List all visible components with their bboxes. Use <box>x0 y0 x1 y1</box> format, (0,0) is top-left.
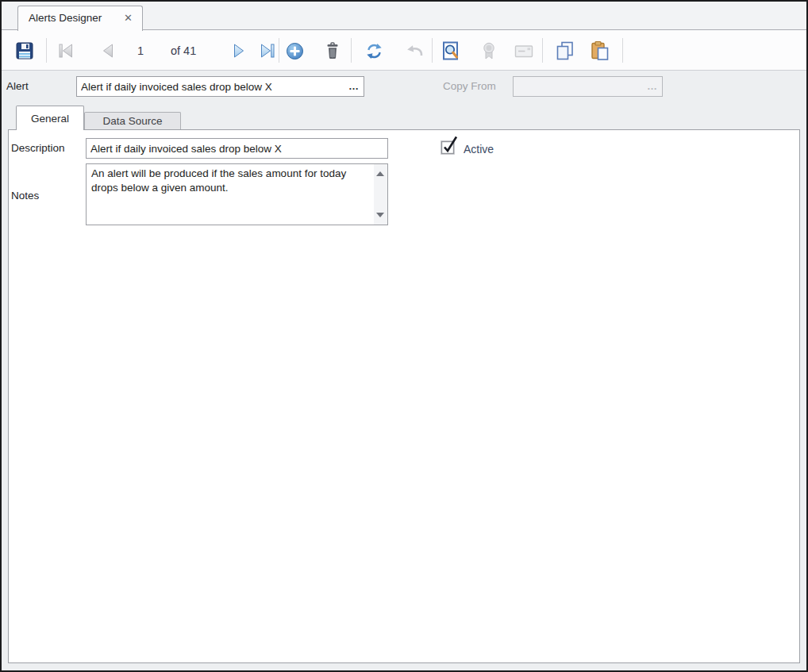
preview-icon <box>441 40 461 61</box>
description-field[interactable] <box>86 138 388 159</box>
scroll-up-icon[interactable] <box>376 171 384 176</box>
active-label: Active <box>464 139 494 159</box>
alert-input[interactable] <box>77 81 344 93</box>
description-input[interactable] <box>87 143 387 155</box>
toolbar-separator <box>46 38 47 63</box>
notes-field[interactable]: An alert will be produced if the sales a… <box>86 163 388 225</box>
alert-field[interactable]: … <box>76 76 364 97</box>
previous-record-icon <box>99 42 117 60</box>
toolbar-separator <box>622 38 623 63</box>
tab-data-source[interactable]: Data Source <box>84 112 181 129</box>
toolbar-separator <box>432 38 433 63</box>
record-position: 1 <box>132 40 149 61</box>
toolbar-separator <box>351 38 352 63</box>
toolbar-separator <box>542 38 543 63</box>
record-count: of 41 <box>171 40 196 61</box>
toolbar-separator <box>279 38 279 63</box>
next-record-icon <box>230 42 248 60</box>
envelope-icon <box>514 41 534 60</box>
preview-button[interactable] <box>441 40 461 61</box>
refresh-icon <box>364 41 384 61</box>
copy-from-input <box>514 81 643 93</box>
paste-icon <box>590 40 610 61</box>
undo-button <box>405 40 425 61</box>
first-record-button <box>56 40 76 61</box>
add-icon <box>285 41 305 61</box>
alert-label: Alert <box>6 76 29 97</box>
previous-record-button <box>98 40 118 61</box>
last-record-icon <box>258 42 277 60</box>
close-icon[interactable]: ✕ <box>117 12 133 24</box>
main-toolbar: 1 of 41 <box>2 30 806 71</box>
badge-button <box>479 40 499 61</box>
copy-from-ellipsis-button: … <box>643 78 662 95</box>
notes-label: Notes <box>11 186 39 206</box>
tab-alerts-designer[interactable]: Alerts Designer ✕ <box>17 6 143 31</box>
tab-title: Alerts Designer <box>29 12 117 24</box>
alerts-designer-window: Alerts Designer ✕ <box>0 0 808 672</box>
delete-trash-icon <box>323 41 342 60</box>
save-icon <box>15 41 34 60</box>
refresh-button[interactable] <box>364 40 384 61</box>
add-record-button[interactable] <box>284 40 305 61</box>
badge-icon <box>479 41 498 60</box>
scroll-down-icon[interactable] <box>376 213 384 217</box>
copy-from-label: Copy From <box>443 76 496 97</box>
notes-scrollbar[interactable] <box>374 164 387 225</box>
description-label: Description <box>11 138 65 159</box>
last-record-button[interactable] <box>257 40 278 61</box>
undo-icon <box>405 41 425 60</box>
save-button[interactable] <box>14 40 35 61</box>
next-record-button[interactable] <box>229 40 249 61</box>
active-checkbox[interactable] <box>438 134 460 156</box>
alert-ellipsis-button[interactable]: … <box>344 78 364 95</box>
tab-general[interactable]: General <box>16 106 84 130</box>
copy-button[interactable] <box>555 40 575 61</box>
send-email-button <box>514 40 534 61</box>
copy-icon <box>555 40 575 61</box>
first-record-icon <box>56 42 75 60</box>
copy-from-field: … <box>513 76 663 97</box>
paste-button[interactable] <box>590 40 610 61</box>
delete-record-button[interactable] <box>322 40 343 61</box>
notes-text[interactable]: An alert will be produced if the sales a… <box>87 164 373 225</box>
